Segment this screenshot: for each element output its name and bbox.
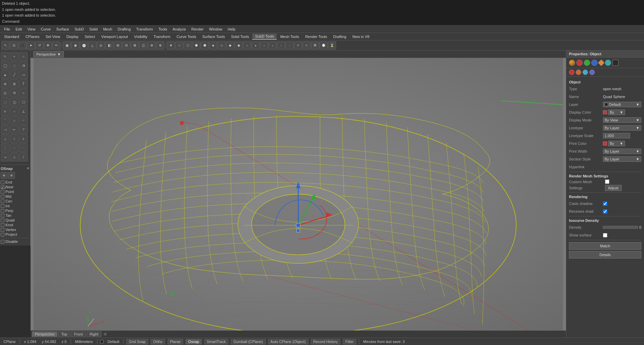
osnap-item-project[interactable]: Project [1,232,30,236]
osnap-check-project[interactable] [1,233,4,236]
osnap-close[interactable]: ✕ [26,166,30,171]
prop-linetype-dropdown[interactable]: By Layer ▼ [603,125,641,131]
left-tool-curve-pt[interactable]: ⌒ [1,116,10,125]
osnap-check-perp[interactable] [1,209,4,213]
menu-transform[interactable]: Transform [133,26,156,32]
osnap-check-vertex[interactable] [1,228,4,232]
tab-display[interactable]: Display [63,34,81,39]
menu-view[interactable]: View [25,26,38,32]
details-button[interactable]: Details [569,251,641,258]
match-button[interactable]: Match [569,242,641,250]
tool-cylinder[interactable]: ⬤ [80,41,88,50]
osnap-item-disable[interactable]: Disable [1,239,30,244]
tool-pipe[interactable]: ⊞ [114,41,122,50]
osnap-check-point[interactable] [1,190,4,194]
left-tool-block[interactable]: ⧉ [10,89,19,97]
tool-subd10[interactable]: ⬦ [243,41,251,50]
left-tool-lasso[interactable]: ○ [19,52,28,61]
prop-section-style-dropdown[interactable]: By Layer ▼ [603,156,641,162]
panel-icon-r2[interactable] [576,70,581,75]
osnap-check-end[interactable] [1,180,4,184]
print-color-swatch[interactable] [603,141,607,146]
osnap-item-cen[interactable]: Cen [1,199,30,203]
status-grid-snap[interactable]: Grid Snap [126,339,148,344]
osnap-item-point[interactable]: Point [1,190,30,194]
tool-subd14[interactable]: ⬪ [277,41,285,50]
panel-icon-r1[interactable] [569,70,574,75]
menu-edit[interactable]: Edit [13,26,25,32]
status-layer[interactable]: Default [106,340,121,344]
menu-analyze[interactable]: Analyze [170,26,188,32]
tool-subd15[interactable]: ⬫ [286,41,294,50]
menu-window[interactable]: Window [206,26,225,32]
status-smarttrack[interactable]: SmartTrack [204,339,228,344]
status-ortho[interactable]: Ortho [151,339,165,344]
osnap-item-knot[interactable]: Knot [1,223,30,227]
panel-icon-env[interactable] [605,60,611,66]
left-tool-h3[interactable]: ⋱ [19,143,28,152]
status-osnap[interactable]: Osnap [186,339,201,344]
prop-display-mode-dropdown[interactable]: By View ▼ [603,117,641,123]
print-color-dropdown[interactable]: By ▼ [608,141,625,146]
panel-icon-material[interactable] [576,60,583,66]
tab-transform[interactable]: Transform [151,34,173,39]
menu-tools[interactable]: Tools [156,26,170,32]
status-auto-cplane[interactable]: Auto CPlane (Object) [268,339,308,344]
tool-subd11[interactable]: ⬧ [252,41,260,50]
left-tool-g3[interactable]: ⊧ [19,134,28,143]
tool-select[interactable]: ↖ [1,41,10,50]
osnap-item-vertex[interactable]: Vertex [1,228,30,232]
left-tool-select[interactable]: ↖ [1,52,10,61]
display-color-swatch[interactable] [603,110,607,114]
panel-icon-settings[interactable] [612,60,619,66]
tool-surface[interactable]: ◧ [105,41,113,50]
panel-icon-r3[interactable] [583,70,588,75]
left-tool-h1[interactable]: ⋮ [1,143,10,152]
tab-standard[interactable]: Standard [1,34,22,39]
menu-drafting[interactable]: Drafting [115,26,134,32]
tab-drafting[interactable]: Drafting [331,34,349,39]
osnap-check-mid[interactable] [1,195,4,198]
panel-icon-texture[interactable] [598,59,605,66]
osnap-check-knot[interactable] [1,223,4,227]
status-gumball[interactable]: Gumball (CPlane) [231,339,265,344]
tab-select[interactable]: Select [82,34,98,39]
left-tool-g1[interactable]: ⊥ [1,134,10,143]
tool-extra3[interactable]: ⌘ [311,41,319,50]
tool-torus[interactable]: ◎ [97,41,105,50]
left-tool-mesh[interactable]: ◫ [10,98,19,107]
left-tool-i2[interactable]: ⊹ [10,153,19,161]
command-prompt[interactable]: Command: [2,19,642,25]
left-tool-ellipse[interactable]: ◌ [10,61,19,70]
adjust-button[interactable]: Adjust [605,185,622,191]
status-planar[interactable]: Planar [168,339,183,344]
osnap-check-near[interactable]: ✓ [1,185,4,189]
osnap-item-tan[interactable]: Tan [1,213,30,217]
menu-curve[interactable]: Curve [38,26,53,32]
menu-surface[interactable]: Surface [54,26,72,32]
tool-cube[interactable]: ▣ [63,41,71,50]
tool-extra4[interactable]: ⌚ [319,41,328,50]
tool-rotate[interactable]: ↺ [35,41,43,50]
osnap-tool-2[interactable]: ⊗ [8,172,15,179]
tool-subd12[interactable]: ⬨ [260,41,268,50]
tab-set-view[interactable]: Set View [43,34,63,39]
tool-extra5[interactable]: ⌛ [328,41,336,50]
prop-print-width-dropdown[interactable]: By Layer ▼ [603,149,641,154]
left-tool-i3[interactable]: ⊺ [19,153,28,161]
osnap-item-end[interactable]: End [1,180,30,184]
tool-subd3[interactable]: ⬡ [184,41,192,50]
left-tool-rect[interactable]: ▭ [19,70,28,79]
vp-tab-settings-icon[interactable]: ⚙ [102,332,108,337]
tool-subd9[interactable]: ◉ [235,41,243,50]
tool-pencil[interactable]: ✏ [52,41,60,50]
tab-viewport-layout[interactable]: Viewport Layout [98,34,131,39]
tool-arrow[interactable]: ➤ [27,41,35,50]
left-tool-dist[interactable]: ↔ [10,107,19,116]
left-tool-i1[interactable]: ⊸ [1,153,10,161]
perspective-dropdown[interactable]: Perspective ▼ [33,51,64,57]
status-record-history[interactable]: Record History [311,339,341,344]
tab-mesh-tools[interactable]: Mesh Tools [277,34,301,39]
left-tool-dim[interactable]: ⊞ [10,79,19,88]
vp-tab-perspective[interactable]: Perspective [32,331,57,337]
